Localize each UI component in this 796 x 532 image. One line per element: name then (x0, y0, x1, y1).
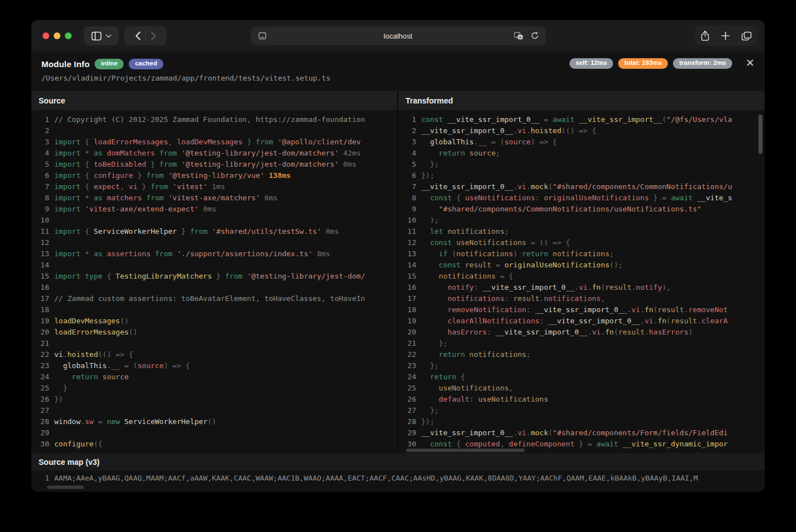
reload-icon[interactable] (530, 31, 539, 40)
minimize-window-button[interactable] (54, 32, 60, 39)
code-line: 22 return notifications; (398, 349, 765, 360)
code-line: 28window.sw = new ServiceWorkerHelper() (31, 416, 397, 427)
transformed-code[interactable]: 1const __vite_ssr_import_0__ = await __v… (398, 110, 765, 453)
code-line: 15 notifications = { (398, 271, 765, 282)
line-number: 6 (31, 170, 49, 181)
code-line: 16 (31, 282, 397, 293)
code-line: 17// Zammad custom assertions: toBeAvata… (31, 293, 397, 304)
forward-icon[interactable] (150, 31, 157, 40)
code-line: 11 let notifications; (398, 226, 765, 237)
code-line: 1// Copyright (C) 2012-2025 Zammad Found… (31, 114, 397, 125)
code-line: 30 const { computed, defineComponent } =… (398, 439, 765, 450)
code-line: 2 (31, 125, 397, 136)
page-settings-icon[interactable] (258, 32, 266, 40)
code-line: 26 default: useNotifications (398, 394, 765, 405)
code-line: 10 ); (398, 215, 765, 226)
code-line: 21 }; (398, 338, 765, 349)
code-line: 15import type { TestingLibraryMatchers }… (31, 271, 397, 282)
code-line: 26}) (31, 394, 397, 405)
sourcemap-mappings: AAMA;AAeA,yBAAG,QAAQ,MAAM;AACf,aAAW,KAAK… (49, 472, 698, 484)
nav-divider (145, 31, 146, 41)
line-number: 14 (31, 260, 49, 271)
line-number: 9 (398, 204, 416, 215)
line-number: 13 (398, 248, 416, 260)
code-line: 19loadDevMessages() (31, 316, 397, 327)
transform-time-badge: transform: 2ms (673, 58, 732, 69)
line-number: 27 (398, 405, 416, 416)
timing-badges: self: 12ms total: 193ms transform: 2ms (569, 58, 732, 69)
code-line: 16 notify: __vite_ssr_import_0__.vi.fn(r… (398, 282, 765, 293)
code-line: 8 const { useNotifications: originalUseN… (398, 192, 765, 204)
sourcemap-horizontal-scrollbar[interactable] (47, 486, 84, 489)
code-line: 4 return source; (398, 148, 765, 159)
source-code[interactable]: 1// Copyright (C) 2012-2025 Zammad Found… (31, 110, 397, 453)
sourcemap-line: 1 AAMA;AAeA,yBAAG,QAAQ,MAAM;AACf,aAAW,KA… (31, 472, 765, 484)
back-icon[interactable] (135, 31, 141, 40)
code-line: 21 (31, 338, 397, 349)
new-tab-icon[interactable] (721, 31, 730, 40)
line-number: 25 (398, 383, 416, 394)
line-number: 29 (31, 427, 49, 439)
source-panel-title: Source (31, 91, 397, 110)
sidebar-toggle-button[interactable] (84, 26, 119, 45)
line-number: 10 (398, 215, 416, 226)
line-number: 3 (398, 136, 416, 148)
code-line: 5 }; (398, 159, 765, 170)
code-line: 18 removeNotification: __vite_ssr_import… (398, 304, 765, 316)
line-number: 17 (398, 293, 416, 304)
line-number: 21 (398, 338, 416, 349)
code-line: 11import { ServiceWorkerHelper } from '#… (31, 226, 397, 237)
line-number: 13 (31, 248, 49, 260)
line-number: 21 (31, 338, 49, 349)
line-number: 16 (31, 282, 49, 293)
share-icon[interactable] (700, 30, 710, 41)
line-number: 24 (398, 371, 416, 383)
close-icon[interactable]: ✕ (745, 57, 756, 69)
toolbar-right-buttons (695, 26, 757, 46)
code-line: 30configure({ (31, 439, 397, 450)
vertical-scrollbar[interactable] (759, 115, 762, 154)
line-number: 2 (398, 125, 416, 136)
line-number: 10 (31, 215, 49, 226)
traffic-lights (43, 32, 72, 39)
chevron-down-icon (106, 34, 111, 38)
line-number: 8 (398, 192, 416, 204)
line-number: 1 (31, 114, 49, 125)
code-line: 14 (31, 260, 397, 271)
code-line: 24 return { (398, 371, 765, 383)
code-line: 23 }; (398, 360, 765, 371)
code-line: 19 clearAllNotifications: __vite_ssr_imp… (398, 316, 765, 327)
sourcemap-title: Source map (v3) (31, 453, 765, 470)
code-line: 2__vite_ssr_import_0__.vi.hoisted(() => … (398, 125, 765, 136)
module-path: /Users/vladimir/Projects/zammad/app/fron… (41, 74, 755, 82)
svg-text:A: A (519, 35, 521, 39)
line-number: 9 (31, 204, 49, 215)
translate-icon[interactable]: A (514, 32, 524, 40)
tab-overview-icon[interactable] (741, 31, 752, 41)
line-number: 7 (31, 181, 49, 192)
total-time-badge: total: 193ms (618, 58, 668, 69)
line-number: 15 (31, 271, 49, 282)
line-number: 28 (31, 416, 49, 427)
line-number: 12 (31, 237, 49, 248)
code-line: 13 if (notifications) return notificatio… (398, 248, 765, 260)
line-number: 19 (31, 316, 49, 327)
code-line: 27 }; (398, 405, 765, 416)
code-line: 7import { expect, vi } from 'vitest' 1ms (31, 181, 397, 192)
line-number: 4 (398, 148, 416, 159)
code-line: 12 const useNotifications = () => { (398, 237, 765, 248)
code-line: 22vi.hoisted(() => { (31, 349, 397, 360)
line-number: 15 (398, 271, 416, 282)
line-number: 17 (31, 293, 49, 304)
code-line: 13import * as assertions from './support… (31, 248, 397, 260)
zoom-window-button[interactable] (65, 32, 72, 39)
line-number: 26 (398, 394, 416, 405)
line-number: 5 (398, 159, 416, 170)
address-bar[interactable]: localhost A (251, 26, 545, 45)
horizontal-scrollbar[interactable] (406, 449, 525, 452)
line-number: 11 (398, 226, 416, 237)
line-number: 12 (398, 237, 416, 248)
close-window-button[interactable] (43, 32, 49, 39)
code-line: 14 const result = originalUseNotificatio… (398, 260, 765, 271)
code-line: 25 useNotifications, (398, 383, 765, 394)
